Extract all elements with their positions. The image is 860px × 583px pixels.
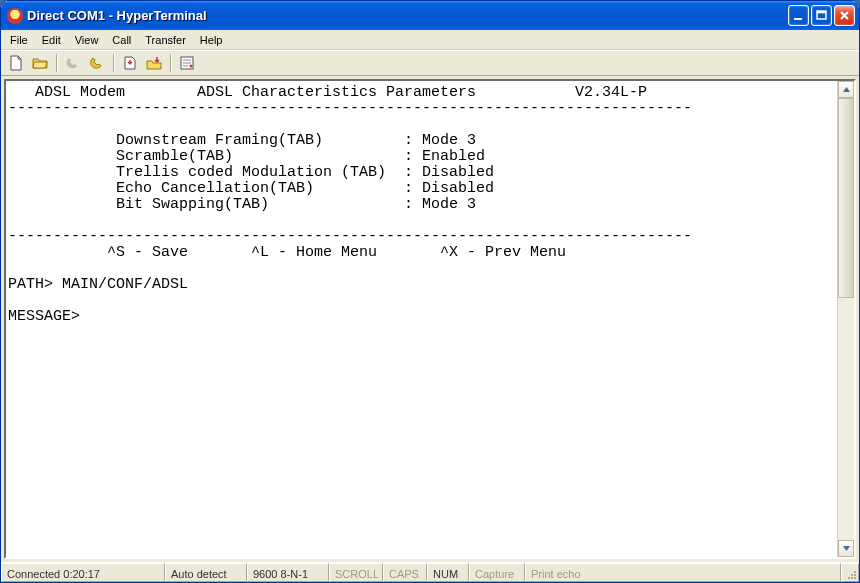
toolbar-separator	[113, 54, 114, 72]
statusbar: Connected 0:20:17 Auto detect 9600 8-N-1…	[1, 562, 859, 582]
status-scroll: SCROLL	[329, 563, 383, 582]
terminal[interactable]: ADSL Modem ADSL Characteristics Paramete…	[6, 81, 837, 557]
scroll-up-arrow-icon[interactable]	[838, 81, 854, 98]
menubar: File Edit View Call Transfer Help	[1, 30, 859, 50]
toolbar-separator	[56, 54, 57, 72]
vertical-scrollbar[interactable]	[837, 81, 854, 557]
svg-rect-9	[851, 574, 853, 576]
svg-rect-6	[851, 577, 853, 579]
svg-rect-8	[854, 574, 856, 576]
resize-grip-icon[interactable]	[841, 563, 859, 582]
toolbar	[1, 50, 859, 76]
phone-connect-icon[interactable]	[62, 52, 84, 74]
scroll-thumb[interactable]	[838, 98, 854, 298]
window-title: Direct COM1 - HyperTerminal	[27, 8, 788, 23]
maximize-button[interactable]	[811, 5, 832, 26]
close-button[interactable]	[834, 5, 855, 26]
svg-rect-5	[854, 577, 856, 579]
status-caps: CAPS	[383, 563, 427, 582]
status-serial: 9600 8-N-1	[247, 563, 329, 582]
menu-help[interactable]: Help	[193, 32, 230, 48]
status-num: NUM	[427, 563, 469, 582]
status-printecho: Print echo	[525, 563, 841, 582]
svg-rect-0	[794, 18, 802, 20]
scroll-down-arrow-icon[interactable]	[838, 540, 854, 557]
open-folder-icon[interactable]	[29, 52, 51, 74]
status-detect: Auto detect	[165, 563, 247, 582]
terminal-frame: ADSL Modem ADSL Characteristics Paramete…	[4, 79, 856, 559]
scroll-track[interactable]	[838, 298, 854, 540]
minimize-button[interactable]	[788, 5, 809, 26]
titlebar[interactable]: Direct COM1 - HyperTerminal	[1, 1, 859, 30]
menu-view[interactable]: View	[68, 32, 106, 48]
properties-icon[interactable]	[176, 52, 198, 74]
receive-file-icon[interactable]	[143, 52, 165, 74]
menu-file[interactable]: File	[3, 32, 35, 48]
menu-transfer[interactable]: Transfer	[138, 32, 193, 48]
send-file-icon[interactable]	[119, 52, 141, 74]
menu-edit[interactable]: Edit	[35, 32, 68, 48]
menu-call[interactable]: Call	[105, 32, 138, 48]
phone-disconnect-icon[interactable]	[86, 52, 108, 74]
client-area: ADSL Modem ADSL Characteristics Paramete…	[1, 76, 859, 562]
app-window: Direct COM1 - HyperTerminal File Edit Vi…	[0, 0, 860, 583]
svg-rect-10	[854, 571, 856, 573]
new-file-icon[interactable]	[5, 52, 27, 74]
svg-rect-2	[817, 11, 826, 13]
svg-rect-7	[848, 577, 850, 579]
status-capture: Capture	[469, 563, 525, 582]
svg-point-4	[190, 65, 193, 68]
status-connected: Connected 0:20:17	[1, 563, 165, 582]
app-icon	[7, 8, 23, 24]
toolbar-separator	[170, 54, 171, 72]
